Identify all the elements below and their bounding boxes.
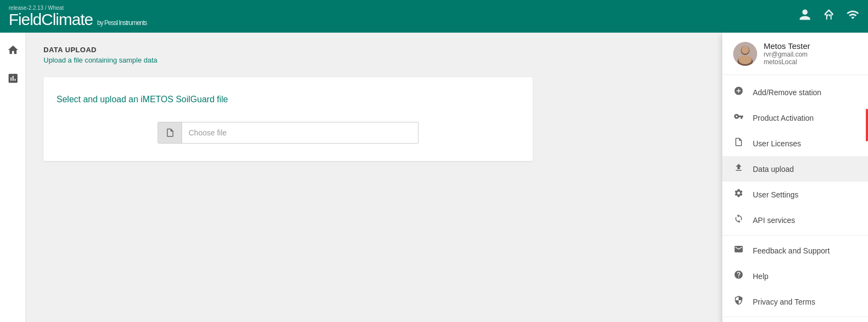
file-placeholder: Choose file	[182, 122, 418, 144]
user-licenses-icon	[733, 137, 744, 150]
menu-item-user-settings[interactable]: User Settings	[722, 182, 868, 207]
menu-item-add-remove-station[interactable]: Add/Remove station	[722, 79, 868, 105]
user-dropdown-menu: Metos Tester rvr@gmail.com metosLocal Ad…	[722, 33, 868, 322]
api-services-icon	[733, 214, 744, 226]
file-input-row: Choose file	[57, 122, 520, 144]
dropdown-profile: Metos Tester rvr@gmail.com metosLocal	[722, 33, 868, 75]
sidebar-item-home[interactable]	[0, 37, 26, 63]
dropdown-scrollbar	[866, 109, 868, 141]
dropdown-items: Add/Remove station Product Activation Us…	[722, 75, 868, 322]
menu-item-user-licenses-label: User Licenses	[753, 139, 801, 148]
divider-2	[722, 317, 868, 317]
file-icon-button[interactable]	[158, 122, 182, 144]
menu-item-product-activation-label: Product Activation	[753, 114, 814, 122]
menu-item-sign-out[interactable]: Sign Out	[722, 319, 868, 322]
sidebar-item-chart[interactable]	[0, 65, 26, 91]
menu-item-help-label: Help	[753, 272, 769, 281]
profile-local: metosLocal	[764, 58, 810, 66]
user-icon[interactable]	[798, 8, 811, 24]
release-label: release-2.2.13 / Wheat	[9, 5, 147, 11]
divider-1	[722, 235, 868, 236]
wifi-icon[interactable]	[846, 8, 859, 24]
menu-item-privacy-terms[interactable]: Privacy and Terms	[722, 289, 868, 314]
feedback-icon	[733, 244, 744, 257]
upload-card-title: Select and upload an iMETOS SoilGuard fi…	[57, 95, 520, 104]
data-upload-icon	[733, 163, 744, 175]
menu-item-privacy-terms-label: Privacy and Terms	[753, 298, 815, 306]
menu-item-api-services[interactable]: API services	[722, 207, 868, 233]
svg-rect-0	[827, 15, 828, 16]
card-title-suffix: file	[215, 95, 228, 104]
card-title-highlight: iMETOS SoilGuard	[141, 95, 215, 104]
menu-item-api-services-label: API services	[753, 216, 795, 225]
profile-name: Metos Tester	[764, 41, 810, 51]
station-icon[interactable]	[822, 8, 835, 24]
menu-item-user-licenses[interactable]: User Licenses	[722, 131, 868, 156]
profile-email: rvr@gmail.com	[764, 51, 810, 58]
svg-point-5	[741, 46, 749, 54]
privacy-icon	[733, 295, 744, 308]
profile-info: Metos Tester rvr@gmail.com metosLocal	[764, 41, 810, 66]
menu-item-add-remove-station-label: Add/Remove station	[753, 88, 821, 97]
menu-item-data-upload-label: Data upload	[753, 165, 794, 174]
upload-card: Select and upload an iMETOS SoilGuard fi…	[43, 77, 533, 161]
product-activation-icon	[733, 112, 744, 124]
avatar	[733, 42, 757, 66]
help-icon	[733, 270, 744, 282]
header-actions	[798, 8, 859, 24]
file-input-wrapper[interactable]: Choose file	[158, 122, 419, 144]
menu-item-feedback-support-label: Feedback and Support	[753, 246, 830, 255]
svg-rect-1	[829, 15, 830, 16]
sidebar	[0, 33, 26, 322]
logo-by: by Pessl Instruments	[97, 20, 147, 26]
brand: release-2.2.13 / Wheat FieldClimate by P…	[9, 5, 147, 28]
logo-text: FieldClimate	[9, 11, 93, 28]
add-station-icon	[733, 86, 744, 98]
user-settings-icon	[733, 188, 744, 201]
menu-item-feedback-support[interactable]: Feedback and Support	[722, 238, 868, 263]
menu-item-user-settings-label: User Settings	[753, 190, 798, 199]
menu-item-data-upload[interactable]: Data upload	[722, 156, 868, 182]
card-title-prefix: Select and upload an	[57, 95, 141, 104]
menu-item-product-activation[interactable]: Product Activation	[722, 105, 868, 131]
logo: FieldClimate by Pessl Instruments	[9, 11, 147, 28]
app-header: release-2.2.13 / Wheat FieldClimate by P…	[0, 0, 868, 33]
menu-item-help[interactable]: Help	[722, 263, 868, 289]
svg-point-6	[739, 55, 752, 64]
